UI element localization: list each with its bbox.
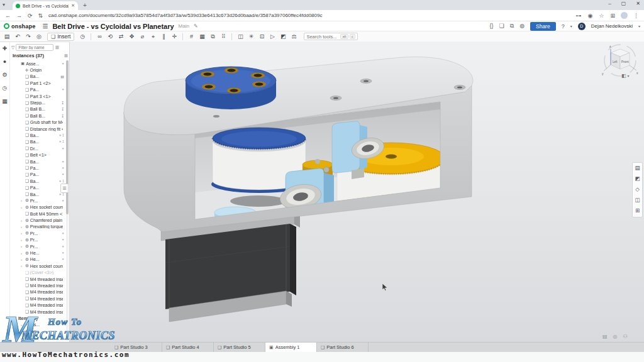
tree-item-chevron[interactable]: › [21, 323, 24, 327]
tree-item[interactable]: ❑ Distance ring fit <1> [10, 126, 65, 132]
forward-icon[interactable]: → [16, 13, 22, 19]
document-panel-icon[interactable]: ❏ [499, 23, 504, 30]
document-tab[interactable]: ❑ Part Studio 4 [162, 343, 214, 352]
tree-item[interactable]: ❑ M4 threaded insert ... [10, 302, 65, 308]
minimize-button[interactable]: – [608, 1, 611, 6]
tree-scrollbar[interactable] [66, 60, 69, 341]
search-tools[interactable]: alt c [304, 33, 357, 40]
tree-item[interactable]: › ⚙ Prevailing torque n... [10, 224, 65, 230]
tree-item[interactable]: ❑ Ba... ⌖ ↧ [10, 191, 65, 197]
tree-item[interactable]: › ⚙ Pr... ⌖ [10, 197, 65, 204]
slider-mate-icon[interactable]: ⇄ [116, 33, 125, 41]
browser-menu-icon[interactable]: ⋮ [633, 13, 639, 19]
help-caret-icon[interactable]: ▾ [570, 24, 572, 28]
document-menu-icon[interactable]: ☰ [42, 23, 48, 30]
tab-close-icon[interactable]: ✕ [71, 3, 75, 8]
search-tools-input[interactable] [306, 34, 339, 40]
mate-connector-icon[interactable]: ✛ [170, 33, 179, 41]
panel-resize-handle[interactable]: ☰ [60, 184, 69, 193]
browser-profile-avatar[interactable] [621, 12, 628, 19]
tree-item[interactable]: › ⚙ Hex socket counter... [10, 204, 65, 211]
comments-icon[interactable]: ● [3, 58, 6, 65]
document-tab[interactable]: ❑ Part Studio 6 [317, 343, 369, 352]
rename-icon[interactable]: ✎ [194, 23, 198, 29]
pattern-icon[interactable]: ⠿ [219, 33, 228, 41]
output-flange[interactable] [186, 67, 276, 109]
maximize-button[interactable]: ▢ [621, 1, 626, 6]
tree-item[interactable]: ❑ M4 threaded insert ... [10, 295, 65, 302]
redo-icon[interactable]: ↷ [24, 33, 33, 41]
planar-mate-icon[interactable]: ✥ [127, 33, 136, 41]
tree-item-chevron[interactable]: › [21, 244, 24, 248]
tree-item[interactable]: ❑ Dr... ⌖ [10, 145, 65, 151]
undo-icon[interactable]: ↶ [13, 33, 22, 41]
snap-mode-icon[interactable]: # [187, 33, 196, 41]
display-states-icon[interactable]: ◫ [635, 197, 640, 203]
publish-icon[interactable]: ◍ [519, 23, 525, 30]
add-instance-icon[interactable]: ⊞ [64, 53, 68, 58]
api-icon[interactable]: {} [490, 23, 494, 30]
sync-icon[interactable]: ◎ [35, 33, 43, 41]
tree-item[interactable]: ❑ Ba... ⌖ ↧ [10, 132, 65, 138]
tree-item[interactable]: ❑ M4 threaded insert ... [10, 276, 65, 282]
cylindrical-mate-icon[interactable]: ⌀ [138, 33, 147, 41]
tree-item[interactable]: › ⚙ Pr... ⌖ [10, 237, 65, 243]
preview-icon[interactable]: ◉ [588, 13, 593, 19]
share-button[interactable]: Share [530, 22, 556, 31]
history-icon[interactable]: ◷ [78, 33, 87, 41]
named-views-icon[interactable]: ⊞ [635, 207, 640, 214]
tree-item[interactable]: ✛ Origin [10, 67, 65, 73]
tree-item[interactable]: ❑ Ball B... ↧ [10, 106, 65, 112]
viewport[interactable] [70, 41, 644, 342]
hidden-edges-icon[interactable]: ◇ [635, 186, 640, 192]
configurations-icon[interactable]: ⚙ [2, 72, 7, 78]
camera-icon[interactable]: ◎ [613, 334, 618, 339]
section-view-icon[interactable]: ◩ [279, 33, 287, 41]
toggle-instances-panel-icon[interactable]: ▤ [3, 33, 11, 41]
view-cube-menu[interactable]: ◧ ▾ [621, 73, 630, 79]
extensions-icon[interactable]: ⊞ [610, 13, 615, 19]
tree-item[interactable]: ❑ Pa... ⌖ [10, 87, 65, 93]
tree-item[interactable]: ❑ Ball B... ↧ [10, 112, 65, 119]
tree-item[interactable]: ▣ Asse... ⌖ [10, 60, 65, 67]
tree-item[interactable]: › ⚙ He... ⌖ [10, 250, 65, 256]
tree-item[interactable]: › ⌖ Fas... [10, 328, 65, 334]
bookmark-star-icon[interactable]: ☆ [599, 13, 604, 19]
tree-item[interactable]: ❑ Belt <1> [10, 151, 65, 158]
passwords-icon[interactable]: ⊶ [576, 13, 582, 19]
tree-item[interactable]: ❑ Ba... ▤ [10, 74, 65, 80]
tree-item[interactable]: ❑ M4 threaded insert ... [10, 289, 65, 295]
mate-icon[interactable]: ∞ [95, 33, 104, 41]
tree-item[interactable]: ❑ Pa... ⌖ [10, 184, 65, 190]
tree-item-chevron[interactable]: › [21, 329, 24, 333]
reload-icon[interactable]: ⟳ [28, 13, 33, 19]
assembly-3d-model[interactable] [70, 41, 644, 342]
document-tab[interactable]: ❑ Part Studio 3 [111, 343, 162, 352]
help-icon[interactable]: ? [562, 23, 565, 30]
display-states-icon[interactable]: ◫ [236, 33, 245, 41]
tree-item[interactable]: ❑ Ba... ⌖ ↧ [10, 178, 65, 184]
measure-icon[interactable]: ⚖ [289, 33, 298, 41]
filter-icon[interactable]: ▽ [11, 45, 14, 50]
pin-slot-mate-icon[interactable]: ⌖ [148, 33, 157, 41]
document-tab[interactable]: ▣ Assembly 1 [265, 343, 317, 352]
tree-item[interactable]: › ⌖ Fas... [10, 322, 65, 328]
site-info-icon[interactable]: ⇅ [38, 13, 43, 19]
tree-item[interactable]: ❑ Grub shaft for M4 b... [10, 119, 65, 126]
view-options-icon[interactable]: ▤ [635, 165, 640, 171]
exploded-view-icon[interactable]: ✳ [247, 33, 255, 41]
address-bar[interactable]: cad.onshape.com/documents/32cd9a93a57854… [48, 13, 570, 18]
tab-search-icon[interactable]: ▾ [3, 2, 5, 8]
tree-item[interactable]: Items (0) [10, 315, 65, 321]
tree-item-chevron[interactable]: › [21, 206, 24, 209]
parallel-mate-icon[interactable]: ∥ [159, 33, 168, 41]
close-button[interactable]: ✕ [636, 1, 640, 6]
view-cube[interactable]: Left Front z y x [601, 44, 640, 80]
tree-item[interactable]: ❑ Stepp... ↧ [10, 99, 65, 106]
workspace-name[interactable]: Main [179, 23, 189, 29]
tree-item-chevron[interactable]: › [21, 264, 24, 268]
tree-item-chevron[interactable]: › [21, 251, 24, 255]
tree-item-chevron[interactable]: › [21, 199, 24, 202]
replicate-icon[interactable]: ⧉ [208, 33, 217, 41]
tree-item[interactable]: ❑ Bolt M4 50mm <1> [10, 211, 65, 217]
